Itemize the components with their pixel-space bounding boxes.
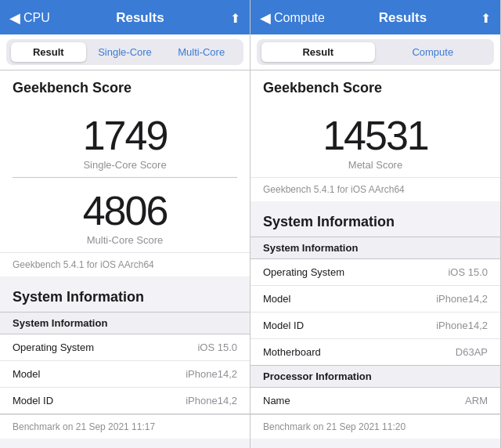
right-model-val: iPhone14,2 — [436, 293, 488, 305]
score-single-core: 1749 Single-Core Score — [0, 103, 250, 177]
table-row: Model iPhone14,2 — [0, 361, 250, 388]
back-label-right: Compute — [274, 11, 325, 25]
left-os-val: iOS 15.0 — [197, 341, 237, 353]
left-modelid-key: Model ID — [13, 395, 53, 406]
left-modelid-val: iPhone14,2 — [186, 395, 237, 406]
table-row: Name ARM — [250, 388, 500, 414]
right-content: Geekbench Score 14531 Metal Score Geekbe… — [250, 70, 500, 448]
table-row: Operating System iOS 15.0 — [0, 334, 250, 361]
right-panel: ◀ Compute Results ⬆ Result Compute Geekb… — [250, 0, 501, 448]
back-button-left[interactable]: ◀ CPU — [9, 9, 50, 27]
single-core-label: Single-Core Score — [0, 159, 250, 171]
left-sys-table: System Information Operating System iOS … — [0, 312, 250, 414]
right-mb-key: Motherboard — [263, 346, 321, 358]
tab-multi-core[interactable]: Multi-Core — [164, 42, 239, 62]
back-chevron-right: ◀ — [260, 9, 271, 27]
table-row: Model ID iPhone14,2 — [250, 313, 500, 339]
right-sys-table-header: System Information — [250, 237, 500, 259]
tab-single-core[interactable]: Single-Core — [88, 42, 163, 62]
right-tab-wrapper: Result Compute — [257, 39, 494, 65]
multi-core-label: Multi-Core Score — [0, 234, 250, 246]
right-proc-table-header: Processor Information — [250, 366, 500, 388]
right-sys-info-title: System Information — [250, 201, 500, 237]
single-core-value: 1749 — [0, 115, 250, 156]
right-mb-val: D63AP — [456, 346, 488, 358]
right-section-title: Geekbench Score — [250, 70, 500, 103]
left-sys-info-title: System Information — [0, 276, 250, 312]
right-proc-name-key: Name — [263, 395, 290, 406]
metal-value: 14531 — [250, 115, 500, 156]
left-sys-table-header: System Information — [0, 313, 250, 334]
left-share-icon[interactable]: ⬆ — [230, 11, 240, 26]
left-header: ◀ CPU Results ⬆ — [0, 0, 250, 34]
right-geekbench-info: Geekbench 5.4.1 for iOS AArch64 — [250, 177, 500, 201]
right-share-icon[interactable]: ⬆ — [481, 11, 491, 26]
table-row: Operating System iOS 15.0 — [250, 259, 500, 286]
right-header: ◀ Compute Results ⬆ — [250, 0, 500, 34]
table-row: Model iPhone14,2 — [250, 286, 500, 313]
right-modelid-val: iPhone14,2 — [436, 320, 488, 331]
right-model-key: Model — [263, 293, 290, 305]
back-button-right[interactable]: ◀ Compute — [260, 9, 325, 27]
back-label-left: CPU — [23, 11, 50, 25]
left-content: Geekbench Score 1749 Single-Core Score 4… — [0, 70, 250, 448]
left-section-title: Geekbench Score — [0, 70, 250, 103]
right-proc-name-val: ARM — [465, 395, 488, 406]
left-model-val: iPhone14,2 — [186, 368, 237, 380]
left-scores: 1749 Single-Core Score 4806 Multi-Core S… — [0, 103, 250, 252]
right-header-title: Results — [325, 10, 481, 26]
metal-label: Metal Score — [250, 159, 500, 171]
right-sys-table: System Information Operating System iOS … — [250, 237, 500, 366]
table-row: Motherboard D63AP — [250, 339, 500, 365]
right-tab-bar: Result Compute — [250, 34, 500, 70]
left-panel: ◀ CPU Results ⬆ Result Single-Core Multi… — [0, 0, 250, 448]
back-chevron-left: ◀ — [9, 9, 20, 27]
right-benchmark-row: Benchmark on 21 Sep 2021 11:20 — [250, 414, 500, 439]
right-modelid-key: Model ID — [263, 320, 304, 331]
left-tab-wrapper: Result Single-Core Multi-Core — [6, 39, 243, 65]
left-tab-bar: Result Single-Core Multi-Core — [0, 34, 250, 70]
tab-result-left[interactable]: Result — [11, 42, 86, 62]
right-scores: 14531 Metal Score — [250, 103, 500, 177]
multi-core-value: 4806 — [0, 190, 250, 231]
left-benchmark-row: Benchmark on 21 Sep 2021 11:17 — [0, 414, 250, 439]
right-proc-table: Processor Information Name ARM — [250, 366, 500, 414]
tab-compute[interactable]: Compute — [377, 42, 490, 62]
left-header-title: Results — [50, 10, 230, 26]
score-multi-core: 4806 Multi-Core Score — [0, 178, 250, 252]
left-geekbench-info: Geekbench 5.4.1 for iOS AArch64 — [0, 252, 250, 276]
right-os-val: iOS 15.0 — [448, 266, 488, 278]
score-metal: 14531 Metal Score — [250, 103, 500, 177]
left-model-key: Model — [13, 368, 40, 380]
right-os-key: Operating System — [263, 266, 344, 278]
left-os-key: Operating System — [13, 341, 94, 353]
table-row: Model ID iPhone14,2 — [0, 388, 250, 414]
tab-result-right[interactable]: Result — [261, 42, 375, 62]
